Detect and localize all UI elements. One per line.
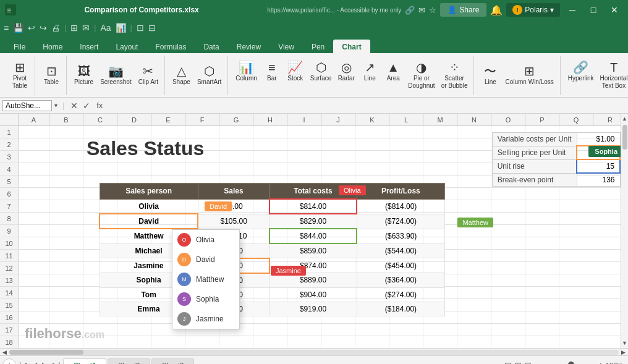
cell-I18[interactable]	[287, 336, 321, 348]
cell-I12[interactable]	[287, 262, 321, 274]
cell-l2[interactable]	[389, 138, 423, 150]
vertical-scrollbar[interactable]: ▲ ▼	[621, 114, 628, 348]
cell-H18[interactable]	[253, 336, 287, 348]
cell-J8[interactable]	[321, 213, 355, 224]
cell-N11[interactable]	[457, 250, 491, 261]
screenshot-button[interactable]: 📷 Screenshot	[98, 64, 134, 87]
cell-N5[interactable]	[457, 176, 491, 187]
cell-I10[interactable]	[287, 237, 321, 249]
cell-D3[interactable]	[117, 151, 151, 163]
tab-insert[interactable]: Insert	[71, 40, 107, 53]
cell-a1[interactable]	[19, 126, 49, 138]
cell-A16[interactable]	[19, 311, 49, 323]
cell-F5[interactable]	[185, 176, 219, 187]
add-sheet-button[interactable]: +	[2, 358, 16, 365]
cell-I11[interactable]	[287, 250, 321, 261]
cell-C15[interactable]	[83, 299, 117, 311]
cell-D6[interactable]	[117, 188, 151, 200]
cell-M9[interactable]	[423, 225, 457, 237]
cell-C7[interactable]	[83, 200, 117, 212]
cell-I13[interactable]	[287, 274, 321, 286]
cell-J3[interactable]	[321, 151, 355, 163]
qat-misc-icon[interactable]: ⊡	[135, 22, 145, 34]
cell-C6[interactable]	[83, 188, 117, 200]
cell-N16[interactable]	[457, 311, 491, 323]
close-button[interactable]: ✕	[606, 1, 623, 19]
cell-C18[interactable]	[83, 336, 117, 348]
qat-print-icon[interactable]: 🖨	[50, 22, 61, 34]
cell-L5[interactable]	[389, 176, 423, 187]
cell-A5[interactable]	[19, 176, 49, 187]
cell-O12[interactable]	[491, 262, 525, 274]
cell-F12[interactable]	[185, 262, 219, 274]
cell-J9[interactable]	[321, 225, 355, 237]
cell-P10[interactable]	[525, 237, 559, 249]
qat-chart-icon[interactable]: 📊	[114, 22, 127, 34]
cell-D14[interactable]	[117, 287, 151, 298]
cell-N14[interactable]	[457, 287, 491, 298]
cell-N12[interactable]	[457, 262, 491, 274]
cell-N15[interactable]	[457, 299, 491, 311]
cell-M15[interactable]	[423, 299, 457, 311]
tab-pen[interactable]: Pen	[303, 40, 333, 53]
cell-M11[interactable]	[423, 250, 457, 261]
cell-K17[interactable]	[355, 324, 389, 336]
cell-P16[interactable]	[525, 311, 559, 323]
cell-i2[interactable]	[287, 138, 321, 150]
minimize-button[interactable]: ─	[564, 1, 581, 19]
cell-N13[interactable]	[457, 274, 491, 286]
cell-L7[interactable]	[389, 200, 423, 212]
cell-P12[interactable]	[525, 262, 559, 274]
qat-save-icon[interactable]: 💾	[12, 22, 25, 34]
cell-E6[interactable]	[151, 188, 185, 200]
cell-E17[interactable]	[151, 324, 185, 336]
zoom-in-button[interactable]: +	[598, 360, 603, 365]
tab-review[interactable]: Review	[228, 40, 269, 53]
cell-N4[interactable]	[457, 163, 491, 175]
cell-F14[interactable]	[185, 287, 219, 298]
cell-H12[interactable]	[253, 262, 287, 274]
cell-c2[interactable]	[83, 138, 117, 150]
cell-o1[interactable]	[491, 126, 525, 138]
cell-b1[interactable]	[49, 126, 83, 138]
cell-C13[interactable]	[83, 274, 117, 286]
link-icon[interactable]: 🔗	[405, 6, 415, 15]
cell-h1[interactable]	[253, 126, 287, 138]
cell-I7[interactable]	[287, 200, 321, 212]
cell-I16[interactable]	[287, 311, 321, 323]
shape-button[interactable]: △ Shape	[170, 64, 193, 87]
cell-C4[interactable]	[83, 163, 117, 175]
cell-D4[interactable]	[117, 163, 151, 175]
maximize-button[interactable]: □	[585, 1, 602, 19]
cell-B10[interactable]	[49, 237, 83, 249]
cell-H15[interactable]	[253, 299, 287, 311]
cell-N10[interactable]	[457, 237, 491, 249]
cell-O15[interactable]	[491, 299, 525, 311]
cell-G16[interactable]	[219, 311, 253, 323]
cell-n1[interactable]	[457, 126, 491, 138]
cell-K4[interactable]	[355, 163, 389, 175]
cell-B3[interactable]	[49, 151, 83, 163]
cell-M13[interactable]	[423, 274, 457, 286]
cell-D13[interactable]	[117, 274, 151, 286]
tab-home[interactable]: Home	[34, 40, 71, 53]
cell-D8[interactable]	[117, 213, 151, 224]
cell-B15[interactable]	[49, 299, 83, 311]
cell-E12[interactable]	[151, 262, 185, 274]
cell-C12[interactable]	[83, 262, 117, 274]
line-chart-button[interactable]: ↗ Line	[359, 60, 381, 83]
qat-menu-icon[interactable]: ≡	[2, 22, 10, 34]
cell-G15[interactable]	[219, 299, 253, 311]
cell-A13[interactable]	[19, 274, 49, 286]
column-chart-button[interactable]: 📊 Column	[233, 60, 259, 83]
cell-k2[interactable]	[355, 138, 389, 150]
cell-L14[interactable]	[389, 287, 423, 298]
cell-F6[interactable]	[185, 188, 219, 200]
cell-K13[interactable]	[355, 274, 389, 286]
cell-K12[interactable]	[355, 262, 389, 274]
cell-n2[interactable]	[457, 138, 491, 150]
cell-J13[interactable]	[321, 274, 355, 286]
cell-H5[interactable]	[253, 176, 287, 187]
cell-I8[interactable]	[287, 213, 321, 224]
cell-m2[interactable]	[423, 138, 457, 150]
